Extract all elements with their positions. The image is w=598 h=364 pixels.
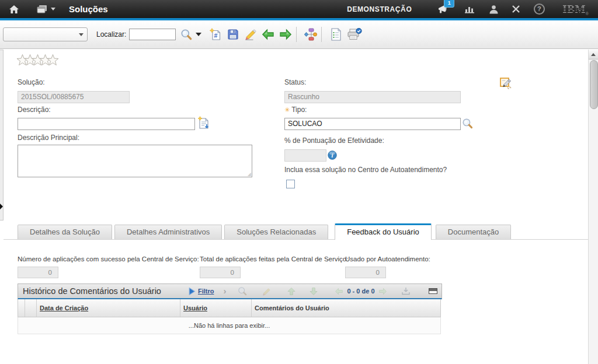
svg-text:i: i bbox=[332, 152, 333, 159]
toolbar-separator bbox=[296, 27, 297, 42]
pontuacao-label: % de Pontuação de Efetividade: bbox=[284, 136, 384, 145]
tab-feedback-do-usuario[interactable]: Feedback do Usuário bbox=[335, 223, 432, 240]
clear-changes-icon[interactable] bbox=[244, 27, 258, 42]
move-row-up-icon bbox=[287, 287, 296, 296]
info-icon[interactable]: i bbox=[328, 150, 337, 162]
reports-chart-icon[interactable] bbox=[463, 2, 477, 16]
tab-detalhes-administrativos[interactable]: Detalhes Administrativos bbox=[114, 225, 222, 239]
tipo-select-value-icon[interactable] bbox=[462, 118, 474, 132]
side-panel-collapse-handle[interactable] bbox=[0, 50, 4, 220]
tipo-input[interactable]: SOLUCAO bbox=[284, 118, 461, 130]
tab-documentacao[interactable]: Documentação bbox=[436, 225, 511, 239]
solucao-field: 2015SOL/00885675 bbox=[18, 91, 130, 103]
stat-total-label: Total de aplicações feitas pela Central … bbox=[200, 256, 348, 262]
status-field: Rascunho bbox=[284, 91, 461, 103]
autoatendimento-label: Inclua essa solução no Centro de Autoate… bbox=[284, 166, 447, 174]
solution-rating-stars[interactable] bbox=[16, 54, 58, 69]
environment-label: DEMONSTRAÇÃO bbox=[347, 5, 412, 13]
pontuacao-field bbox=[284, 149, 326, 162]
column-header-usuario[interactable]: Usuário bbox=[180, 299, 252, 317]
print-icon[interactable] bbox=[346, 27, 363, 42]
long-description-icon[interactable] bbox=[197, 116, 210, 132]
localizar-label: Localizar: bbox=[96, 30, 126, 38]
descricao-label: Descrição: bbox=[18, 106, 51, 114]
descricao-input[interactable] bbox=[18, 118, 195, 130]
stat-sucesso-value: 0 bbox=[18, 267, 58, 278]
localizar-input[interactable] bbox=[129, 29, 176, 40]
row-select-column-header bbox=[25, 299, 37, 317]
select-action-dropdown[interactable] bbox=[3, 27, 88, 41]
search-icon[interactable] bbox=[179, 27, 193, 42]
previous-page-icon bbox=[335, 288, 343, 295]
next-record-icon[interactable] bbox=[279, 27, 293, 42]
stat-autoatendimento-value: 0 bbox=[345, 267, 386, 278]
announcements-icon[interactable]: 1 bbox=[436, 2, 450, 16]
go-to-caret-icon bbox=[51, 8, 55, 10]
comments-table-title: Histórico de Comentários do Usuário bbox=[23, 286, 161, 296]
filter-chevron-icon[interactable]: › bbox=[223, 288, 226, 294]
tab-solucoes-relacionadas[interactable]: Soluções Relacionadas bbox=[224, 225, 328, 239]
table-search-icon bbox=[238, 286, 248, 296]
resize-grip-icon[interactable]: ◢ bbox=[248, 172, 251, 177]
scrollbar-thumb[interactable] bbox=[590, 60, 598, 109]
go-to-applications-icon[interactable] bbox=[36, 2, 56, 16]
solutions-app-page: Soluções DEMONSTRAÇÃO 1 bbox=[0, 0, 598, 364]
tab-detalhes-da-solucao[interactable]: Detalhes da Solução bbox=[18, 225, 112, 239]
filter-arrow-icon bbox=[188, 288, 196, 295]
expand-arrow-icon bbox=[0, 204, 3, 209]
edit-status-icon[interactable] bbox=[500, 78, 514, 93]
help-icon[interactable]: ? bbox=[532, 2, 546, 16]
descricao-principal-label: Descrição Principal: bbox=[18, 134, 79, 142]
comments-table-toolbar: Histórico de Comentários do Usuário Filt… bbox=[18, 284, 442, 299]
solucao-label: Solução: bbox=[18, 78, 45, 86]
status-label: Status: bbox=[284, 78, 306, 86]
column-header-comentarios: Comentários do Usuário bbox=[252, 299, 440, 317]
required-asterisk-icon: ✳ bbox=[284, 106, 290, 113]
app-title: Soluções bbox=[69, 4, 108, 14]
record-tabs: Detalhes da Solução Detalhes Administrat… bbox=[4, 223, 588, 240]
empty-message: ...Não há linhas para exibir... bbox=[189, 322, 270, 329]
comments-table-empty-row: ...Não há linhas para exibir... bbox=[18, 317, 441, 334]
stat-sucesso-label: Número de aplicações com sucesso pela Ce… bbox=[18, 256, 199, 262]
new-record-icon[interactable]: # bbox=[208, 27, 222, 42]
column-header-data-de-criacao[interactable]: Data de Criação bbox=[37, 299, 180, 317]
move-row-down-icon bbox=[309, 287, 318, 296]
ibm-logo: IBM® bbox=[562, 3, 589, 16]
save-icon[interactable] bbox=[226, 27, 240, 42]
minimize-icon bbox=[429, 288, 437, 294]
scroll-up-button[interactable] bbox=[589, 50, 598, 60]
home-icon[interactable] bbox=[7, 2, 21, 16]
run-reports-icon[interactable] bbox=[329, 27, 343, 42]
action-toolbar: Localizar: # bbox=[0, 20, 598, 49]
row-detail-column-header bbox=[18, 299, 25, 317]
descricao-principal-textarea[interactable]: ◢ bbox=[18, 145, 252, 177]
filter-toggle[interactable]: Filtro bbox=[188, 288, 214, 295]
svg-text:#: # bbox=[214, 32, 218, 39]
tipo-label: ✳Tipo: bbox=[284, 106, 307, 114]
stat-autoatendimento-label: Usado por Autoatendimento: bbox=[345, 256, 430, 262]
toolbar-separator bbox=[321, 27, 322, 42]
stat-total-value: 0 bbox=[200, 267, 241, 278]
profile-icon[interactable] bbox=[486, 2, 500, 16]
autoatendimento-checkbox[interactable] bbox=[286, 180, 295, 188]
select-action-caret-icon bbox=[79, 33, 84, 36]
comments-table-header-row: Data de Criação Usuário Comentários do U… bbox=[18, 299, 441, 317]
workflow-icon[interactable] bbox=[304, 27, 318, 42]
next-page-icon bbox=[378, 288, 387, 295]
top-navbar: Soluções DEMONSTRAÇÃO 1 bbox=[0, 0, 598, 20]
previous-record-icon[interactable] bbox=[261, 27, 275, 42]
table-edit-icon bbox=[262, 287, 272, 296]
search-options-caret-icon[interactable] bbox=[196, 33, 201, 36]
filter-link: Filtro bbox=[198, 288, 214, 295]
scroll-up-arrow-icon bbox=[591, 53, 596, 56]
notification-badge: 1 bbox=[444, 0, 454, 8]
download-icon bbox=[401, 287, 411, 295]
pagination-label: 0 - 0 de 0 bbox=[347, 288, 374, 295]
close-icon[interactable] bbox=[509, 2, 523, 16]
vertical-scrollbar[interactable] bbox=[588, 50, 598, 364]
collapse-table-button[interactable] bbox=[429, 288, 437, 294]
